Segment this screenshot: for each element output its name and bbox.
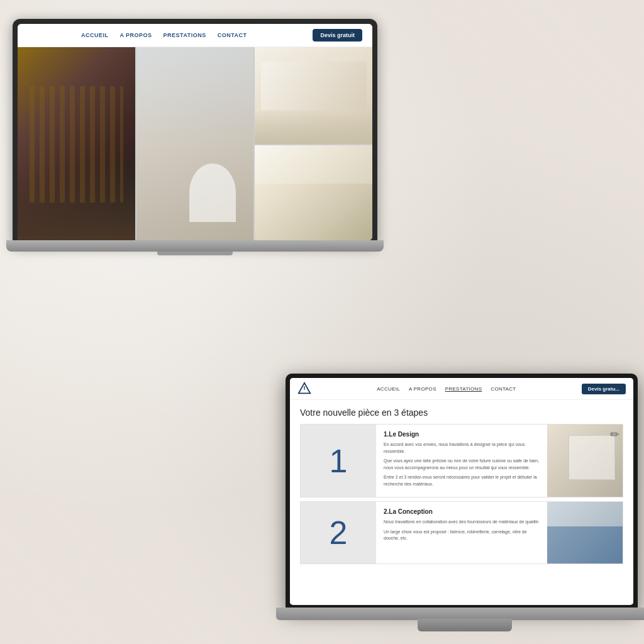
gallery-cell-kitchen-modern bbox=[255, 145, 372, 241]
step2-title: 2.La Conception bbox=[384, 508, 540, 515]
site1-navbar: ACCUEIL A PROPOS PRESTATIONS CONTACT Dev… bbox=[18, 24, 372, 47]
site1-nav-links: ACCUEIL A PROPOS PRESTATIONS CONTACT bbox=[28, 32, 300, 38]
step1-title: 1.Le Design bbox=[384, 431, 540, 438]
site2-logo bbox=[297, 382, 311, 396]
step2-number-col: 2 bbox=[301, 502, 376, 564]
site2-page-title: Votre nouvelle pièce en 3 étapes bbox=[300, 408, 623, 418]
gallery-cell-kitchen-white bbox=[255, 47, 372, 144]
scene: ACCUEIL A PROPOS PRESTATIONS CONTACT Dev… bbox=[0, 0, 644, 644]
step2-desc1: Nous travaillons en collaboration avec d… bbox=[384, 519, 540, 526]
site1-gallery bbox=[18, 47, 372, 240]
laptop2-base bbox=[276, 608, 644, 620]
step2-conception-image bbox=[547, 502, 623, 564]
site2-navbar: ACCUEIL A PROPOS PRESTATIONS CONTACT Dev… bbox=[290, 378, 633, 400]
step1-design-image bbox=[547, 425, 623, 497]
laptop1-screen-outer: ACCUEIL A PROPOS PRESTATIONS CONTACT Dev… bbox=[13, 19, 377, 245]
nav-link-contact[interactable]: CONTACT bbox=[218, 32, 247, 38]
step2-image-col bbox=[547, 502, 623, 564]
room-kitchen-white-image bbox=[255, 47, 372, 144]
site2-nav-links: ACCUEIL A PROPOS PRESTATIONS CONTACT bbox=[320, 386, 573, 392]
site2-nav-prestations[interactable]: PRESTATIONS bbox=[445, 386, 482, 392]
site2-nav-apropos[interactable]: A PROPOS bbox=[409, 386, 436, 392]
step1-image-col bbox=[547, 425, 623, 497]
room-kitchen-dark-image bbox=[18, 47, 135, 240]
nav-link-accueil[interactable]: ACCUEIL bbox=[81, 32, 109, 38]
step1-number-col: 1 bbox=[301, 425, 376, 497]
step1-text-col: 1.Le Design En accord avec vos envies, n… bbox=[376, 425, 547, 497]
step1-number: 1 bbox=[330, 445, 348, 477]
laptop1-base bbox=[6, 240, 384, 252]
step2-text-col: 2.La Conception Nous travaillons en coll… bbox=[376, 502, 547, 564]
logo-icon bbox=[297, 382, 311, 396]
site1-cta-button[interactable]: Devis gratuit bbox=[313, 29, 362, 42]
step2-number: 2 bbox=[330, 516, 348, 549]
site2-steps: 1 1.Le Design En accord avec vos envies,… bbox=[300, 424, 623, 564]
step2-desc2: Un large choix vous est proposé : faïenc… bbox=[384, 529, 540, 542]
site2-content: Votre nouvelle pièce en 3 étapes 1 1.Le … bbox=[290, 400, 633, 604]
laptop1-screen-inner: ACCUEIL A PROPOS PRESTATIONS CONTACT Dev… bbox=[18, 24, 372, 240]
site2-nav-accueil[interactable]: ACCUEIL bbox=[377, 386, 400, 392]
nav-link-apropos[interactable]: A PROPOS bbox=[119, 32, 152, 38]
site2-step-1: 1 1.Le Design En accord avec vos envies,… bbox=[300, 424, 623, 497]
step1-desc3: Entre 2 et 3 rendez-vous seront nécessai… bbox=[384, 474, 540, 487]
laptop1-body: ACCUEIL A PROPOS PRESTATIONS CONTACT Dev… bbox=[13, 19, 377, 252]
site2-step-2: 2 2.La Conception Nous travaillons en co… bbox=[300, 501, 623, 564]
gallery-cell-bathroom bbox=[136, 47, 254, 240]
laptop2: ACCUEIL A PROPOS PRESTATIONS CONTACT Dev… bbox=[286, 374, 644, 638]
laptop2-screen-inner: ACCUEIL A PROPOS PRESTATIONS CONTACT Dev… bbox=[290, 378, 633, 605]
site2-nav-contact[interactable]: CONTACT bbox=[491, 386, 516, 392]
nav-link-prestations[interactable]: PRESTATIONS bbox=[164, 32, 206, 38]
room-kitchen-modern-image bbox=[255, 145, 372, 241]
step1-desc2: Que vous ayez une idée précise ou non de… bbox=[384, 458, 540, 471]
laptop1: ACCUEIL A PROPOS PRESTATIONS CONTACT Dev… bbox=[13, 19, 384, 277]
site2-cta-button[interactable]: Devis gratu... bbox=[582, 384, 626, 394]
laptop2-foot bbox=[418, 619, 512, 631]
step1-desc1: En accord avec vos envies, nous travaill… bbox=[384, 441, 540, 455]
gallery-cell-kitchen-dark bbox=[18, 47, 135, 240]
laptop2-screen-outer: ACCUEIL A PROPOS PRESTATIONS CONTACT Dev… bbox=[286, 374, 638, 609]
room-bathroom-image bbox=[136, 47, 254, 240]
